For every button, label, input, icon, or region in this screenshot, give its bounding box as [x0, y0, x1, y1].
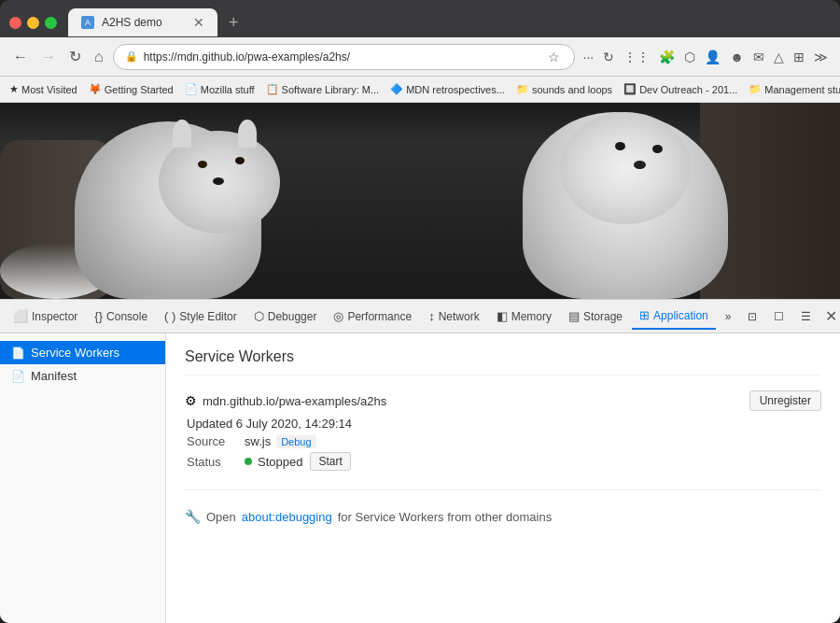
- container-icon[interactable]: 👤: [702, 48, 723, 66]
- tool-network[interactable]: ↕ Network: [421, 304, 487, 330]
- bookmark-software-library[interactable]: 📋 Software Library: M...: [266, 83, 380, 95]
- sw-debug-link[interactable]: Debug: [276, 435, 315, 448]
- tool-console[interactable]: {} Console: [87, 304, 155, 330]
- active-tab[interactable]: A A2HS demo ✕: [68, 8, 217, 36]
- bookmark-label: Dev Outreach - 201...: [639, 84, 737, 95]
- fox-image: [0, 103, 840, 299]
- new-tab-button[interactable]: +: [221, 9, 246, 36]
- fox-ear-right: [238, 120, 257, 148]
- bookmark-star-icon[interactable]: ☆: [545, 48, 563, 66]
- console-icon: {}: [94, 309, 103, 323]
- tool-style-editor[interactable]: ( ) Style Editor: [157, 304, 245, 330]
- tool-overflow[interactable]: »: [718, 304, 739, 330]
- about-debugging-link[interactable]: about:debugging: [242, 510, 332, 524]
- mgmt-icon: 📁: [749, 83, 762, 95]
- bookmark-sounds-loops[interactable]: 📁 sounds and loops: [516, 83, 612, 95]
- grid-icon[interactable]: ⊞: [791, 48, 807, 66]
- pocket-icon[interactable]: ⬡: [681, 48, 698, 66]
- tool-debugger-label: Debugger: [268, 310, 317, 323]
- tool-storage[interactable]: ▤ Storage: [561, 304, 630, 330]
- forward-button[interactable]: →: [37, 47, 60, 67]
- tool-performance[interactable]: ◎ Performance: [326, 304, 419, 330]
- devtools-settings-btn[interactable]: ☰: [793, 304, 819, 330]
- bookmark-most-visited[interactable]: ★ Most Visited: [9, 83, 77, 95]
- firefox-icon: 🦊: [89, 83, 102, 95]
- bookmark-getting-started[interactable]: 🦊 Getting Started: [89, 83, 174, 95]
- panel-title: Service Workers: [185, 348, 821, 375]
- overflow-button[interactable]: ≫: [811, 48, 831, 66]
- messages-icon[interactable]: ✉: [750, 48, 767, 66]
- bookmark-label: Most Visited: [21, 84, 77, 95]
- home-button[interactable]: ⌂: [91, 47, 107, 67]
- nav-bar: ← → ↻ ⌂ 🔒 https://mdn.github.io/pwa-exam…: [0, 37, 840, 77]
- debug-section: 🔧 Open about:debugging for Service Worke…: [185, 509, 821, 524]
- traffic-light-yellow[interactable]: [27, 17, 39, 29]
- service-worker-entry: ⚙ mdn.github.io/pwa-examples/a2hs Unregi…: [185, 390, 821, 471]
- devtools-responsive-btn[interactable]: ⊡: [740, 304, 764, 330]
- address-bar[interactable]: 🔒 https://mdn.github.io/pwa-examples/a2h…: [113, 44, 575, 70]
- devtools-close-button[interactable]: ✕: [820, 304, 840, 330]
- bookmarks-bar: ★ Most Visited 🦊 Getting Started 📄 Mozil…: [0, 77, 840, 103]
- wrench-icon: 🔧: [185, 509, 201, 524]
- bookmark-label: Getting Started: [105, 84, 174, 95]
- traffic-light-red[interactable]: [9, 17, 21, 29]
- fox-left-nose: [213, 177, 224, 185]
- sidebar-item-service-workers[interactable]: 📄 Service Workers: [0, 341, 165, 364]
- sidebar-item-manifest-label: Manifest: [31, 369, 77, 383]
- traffic-light-green[interactable]: [45, 17, 57, 29]
- tab-title: A2HS demo: [102, 16, 186, 29]
- tool-debugger[interactable]: ⬡ Debugger: [246, 304, 325, 330]
- fox-left-eye-left: [198, 161, 207, 168]
- reload-button[interactable]: ↻: [65, 46, 85, 67]
- traffic-lights: [9, 17, 57, 29]
- memory-icon: ◧: [497, 309, 508, 323]
- sidebar-item-service-workers-label: Service Workers: [31, 346, 119, 360]
- devtools-toolbar: ⬜ Inspector {} Console ( ) Style Editor …: [0, 300, 840, 333]
- tool-application[interactable]: ⊞ Application: [632, 304, 716, 330]
- debugger-icon: ⬡: [254, 309, 264, 323]
- tab-close-button[interactable]: ✕: [193, 15, 204, 30]
- tabs-area: A A2HS demo ✕ +: [68, 8, 831, 36]
- tab-favicon: A: [81, 16, 94, 29]
- sw-status-row: Status Stopped Start: [185, 452, 821, 471]
- style-editor-icon: ( ): [164, 309, 175, 323]
- manifest-icon: 📄: [11, 370, 25, 383]
- sw-status-dot: [245, 458, 252, 465]
- service-workers-icon: 📄: [11, 347, 25, 360]
- bookmark-mozilla-stuff[interactable]: 📄 Mozilla stuff: [185, 83, 255, 95]
- address-text: https://mdn.github.io/pwa-examples/a2hs/: [144, 50, 539, 64]
- devtools-dock-btn[interactable]: ☐: [766, 304, 791, 330]
- sidebar-item-manifest[interactable]: 📄 Manifest: [0, 364, 165, 388]
- devtools-sidebar: 📄 Service Workers 📄 Manifest: [0, 333, 166, 623]
- sw-start-button[interactable]: Start: [310, 452, 350, 471]
- collections-icon[interactable]: ⋮⋮: [621, 48, 652, 66]
- devtools-right-tools: ⊡ ☐ ☰ ✕: [740, 304, 840, 330]
- fox-right-eye-right: [652, 145, 663, 153]
- sw-source-row: Source sw.js Debug: [185, 434, 821, 448]
- debug-text-after: for Service Workers from other domains: [338, 510, 553, 524]
- security-icon: 🔒: [125, 50, 138, 63]
- bookmark-mdn-retro[interactable]: 🔷 MDN retrospectives...: [390, 83, 505, 95]
- fox-ear-left: [173, 120, 191, 148]
- profile-icon[interactable]: ☻: [727, 48, 747, 66]
- tool-memory[interactable]: ◧ Memory: [489, 304, 559, 330]
- back-button[interactable]: ←: [9, 47, 32, 67]
- network-icon: ↕: [428, 309, 435, 323]
- sw-gear-icon: ⚙: [185, 393, 197, 408]
- bookmark-label: Software Library: M...: [282, 84, 380, 95]
- web-content: [0, 103, 840, 299]
- screenshot-icon[interactable]: △: [771, 48, 787, 66]
- unregister-button[interactable]: Unregister: [749, 390, 821, 411]
- more-button[interactable]: ···: [581, 48, 597, 66]
- tool-application-label: Application: [653, 309, 708, 322]
- bookmark-dev-outreach[interactable]: 🔲 Dev Outreach - 201...: [623, 83, 737, 95]
- sync-icon[interactable]: ↻: [600, 48, 617, 66]
- sw-status-label: Status: [187, 455, 239, 469]
- square-icon: 🔲: [623, 83, 637, 95]
- extensions-icon[interactable]: 🧩: [656, 48, 678, 66]
- devtools-body: 📄 Service Workers 📄 Manifest Service Wor…: [0, 333, 840, 623]
- bookmark-management[interactable]: 📁 Management stuff: [749, 83, 840, 95]
- title-bar: A A2HS demo ✕ +: [0, 0, 840, 37]
- storage-icon: ▤: [568, 309, 580, 323]
- tool-inspector[interactable]: ⬜ Inspector: [6, 304, 85, 330]
